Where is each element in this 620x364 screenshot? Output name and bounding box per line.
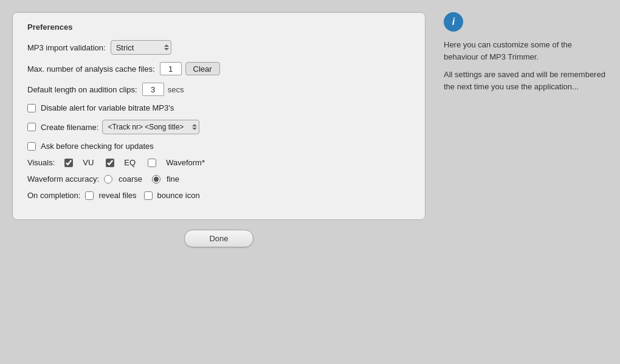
info-text-1: Here you can customize some of the behav… <box>444 39 608 63</box>
disable-alert-checkbox[interactable] <box>27 104 36 112</box>
waveform-accuracy-row: Waveform accuracy: coarse fine <box>27 174 410 184</box>
fine-radio[interactable] <box>152 175 160 184</box>
visuals-row: Visuals: VU EQ Waveform* <box>27 158 410 167</box>
fine-label: fine <box>167 174 179 184</box>
vu-checkbox[interactable] <box>64 159 73 167</box>
bounce-icon-checkbox[interactable] <box>144 191 153 200</box>
audition-clips-input[interactable] <box>142 83 164 96</box>
vu-label: VU <box>83 158 94 167</box>
accuracy-group: coarse fine <box>104 174 179 184</box>
preferences-title: Preferences <box>27 22 410 32</box>
waveform-label: Waveform* <box>166 158 205 167</box>
filename-select-wrapper: <Track nr> <Song title> <Song title> <Tr… <box>102 120 199 134</box>
cache-files-label: Max. number of analysis cache files: <box>27 64 155 74</box>
info-text: Here you can customize some of the behav… <box>444 39 608 92</box>
coarse-radio[interactable] <box>104 175 112 184</box>
on-completion-row: On completion: reveal files bounce icon <box>27 191 410 200</box>
preferences-box: Preferences MP3 import validation: Stric… <box>12 12 425 220</box>
bounce-icon-label: bounce icon <box>157 191 200 200</box>
coarse-label: coarse <box>119 174 142 184</box>
ask-updates-label: Ask before checking for updates <box>41 142 154 151</box>
disable-alert-row: Disable alert for variable bitrate MP3's <box>27 103 410 112</box>
reveal-files-checkbox[interactable] <box>85 191 94 200</box>
mp3-validation-label: MP3 import validation: <box>27 43 106 52</box>
ask-updates-row: Ask before checking for updates <box>27 142 410 151</box>
done-button[interactable]: Done <box>184 230 253 247</box>
ask-updates-checkbox[interactable] <box>27 142 36 151</box>
info-icon: i <box>444 12 463 32</box>
mp3-validation-row: MP3 import validation: Strict Lenient No… <box>27 40 410 55</box>
visuals-label: Visuals: <box>27 158 55 167</box>
secs-label: secs <box>168 85 184 94</box>
clear-button[interactable]: Clear <box>185 62 220 75</box>
create-filename-row: Create filename: <Track nr> <Song title>… <box>27 120 410 134</box>
filename-select[interactable]: <Track nr> <Song title> <Song title> <Tr… <box>102 120 199 134</box>
mp3-validation-select[interactable]: Strict Lenient None <box>111 40 171 55</box>
info-text-2: All settings are saved and will be remem… <box>444 69 608 92</box>
eq-checkbox[interactable] <box>106 159 114 167</box>
on-completion-label: On completion: <box>27 191 80 200</box>
reveal-files-label: reveal files <box>98 191 136 200</box>
right-panel: i Here you can customize some of the beh… <box>438 0 620 364</box>
eq-label: EQ <box>124 158 136 167</box>
create-filename-label: Create filename: <box>41 123 98 132</box>
left-panel: Preferences MP3 import validation: Stric… <box>0 0 438 364</box>
cache-files-row: Max. number of analysis cache files: Cle… <box>27 62 410 75</box>
disable-alert-label: Disable alert for variable bitrate MP3's <box>41 103 174 112</box>
cache-files-input[interactable] <box>160 62 182 75</box>
waveform-accuracy-label: Waveform accuracy: <box>27 174 99 184</box>
create-filename-checkbox[interactable] <box>27 123 36 131</box>
audition-clips-row: Default length on audition clips: secs <box>27 83 410 96</box>
waveform-checkbox[interactable] <box>148 159 156 167</box>
audition-clips-label: Default length on audition clips: <box>27 85 137 94</box>
mp3-validation-select-wrapper: Strict Lenient None <box>111 40 171 55</box>
